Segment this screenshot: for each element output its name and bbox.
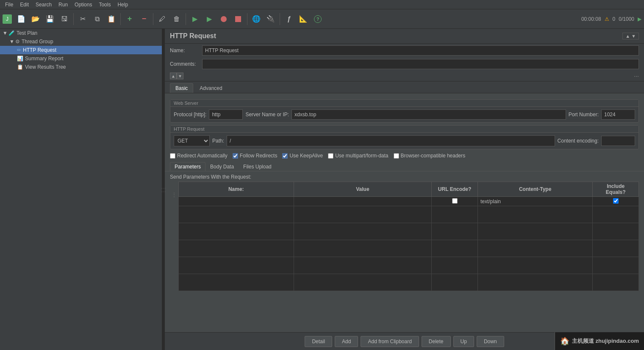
sub-tab-parameters[interactable]: Parameters <box>170 162 205 171</box>
param-content-type-cell[interactable] <box>477 197 593 206</box>
param-value-cell[interactable] <box>294 197 432 206</box>
menu-edit[interactable]: Edit <box>17 1 32 8</box>
empty-cell-24 <box>477 274 593 291</box>
up-button[interactable]: Up <box>453 336 474 347</box>
empty-cell-9 <box>477 223 593 240</box>
param-value-input[interactable] <box>297 199 429 204</box>
clear-button[interactable]: 🖊 <box>155 12 169 26</box>
separator-4 <box>186 13 186 25</box>
remove-button[interactable]: − <box>137 12 151 26</box>
browser-compat-checkbox[interactable] <box>394 153 399 159</box>
remote-stop-button[interactable]: 🔌 <box>264 12 278 26</box>
encoding-label: Content encoding: <box>558 138 599 144</box>
port-label: Port Number: <box>569 112 599 118</box>
scroll-up-button[interactable]: ▲ <box>170 73 177 79</box>
menu-file[interactable]: File <box>2 1 17 8</box>
protocol-input[interactable] <box>209 109 243 120</box>
tree-item-summary-report[interactable]: 📊 Summary Report <box>0 54 162 63</box>
empty-cell-23 <box>432 274 478 291</box>
encoding-input[interactable] <box>601 136 635 146</box>
sub-tabs-nav: Parameters Body Data Files Upload <box>165 160 644 171</box>
save-as-button[interactable]: 🖫 <box>58 12 71 26</box>
resize-handle[interactable]: ⋮⋮ <box>162 29 165 350</box>
separator-1 <box>73 13 74 25</box>
http-req-fields: GET POST PUT DELETE PATCH HEAD OPTIONS P… <box>174 135 635 146</box>
add-row-button[interactable]: Add <box>335 336 358 347</box>
tab-advanced[interactable]: Advanced <box>194 83 228 93</box>
param-url-encode-cell[interactable] <box>432 197 478 206</box>
clear-all-button[interactable]: 🗑 <box>170 12 183 26</box>
col-include-equals: Include Equals? <box>593 182 639 197</box>
empty-cell-19 <box>477 257 593 274</box>
sub-tab-body-data[interactable]: Body Data <box>205 162 239 171</box>
drag-dots[interactable]: ⋮ <box>170 192 178 198</box>
sub-tab-files-upload[interactable]: Files Upload <box>239 162 276 171</box>
tree-item-view-results-tree[interactable]: 📋 View Results Tree <box>0 63 162 71</box>
path-input[interactable] <box>227 135 555 146</box>
tree-item-thread-group[interactable]: ▼ ⚙ Thread Group <box>0 37 162 46</box>
detail-button[interactable]: Detail <box>305 336 332 347</box>
param-include-equals-checkbox[interactable] <box>613 198 619 204</box>
record-button[interactable] <box>217 12 230 26</box>
timer-display: 00:00:08 <box>581 16 601 22</box>
tab-basic[interactable]: Basic <box>170 83 193 93</box>
add-button[interactable]: + <box>123 12 136 26</box>
tree-item-test-plan[interactable]: ▼ 🧪 Test Plan <box>0 29 162 37</box>
menu-search[interactable]: Search <box>32 1 55 8</box>
port-input[interactable] <box>601 109 635 120</box>
menu-help[interactable]: Help <box>114 1 131 8</box>
save-button[interactable]: 💾 <box>43 12 57 26</box>
param-name-input[interactable] <box>181 199 291 204</box>
empty-cell-2 <box>294 206 432 223</box>
open-button[interactable]: 📂 <box>29 12 42 26</box>
menu-tools[interactable]: Tools <box>95 1 114 8</box>
help-button[interactable]: ? <box>311 12 325 26</box>
param-url-encode-checkbox[interactable] <box>452 198 458 204</box>
cut-button[interactable]: ✂ <box>76 12 89 26</box>
stop-button[interactable] <box>231 12 245 26</box>
remote-stop-icon: 🔌 <box>266 15 275 23</box>
remote-button[interactable]: 🌐 <box>250 12 263 26</box>
param-name-cell[interactable] <box>179 197 294 206</box>
menu-options[interactable]: Options <box>71 1 95 8</box>
scroll-down-button[interactable]: ▼ <box>177 73 183 79</box>
keep-alive-checkbox[interactable] <box>282 153 288 159</box>
empty-cell-16 <box>179 257 294 274</box>
add-from-clipboard-button[interactable]: Add from Clipboard <box>361 336 419 347</box>
expand-icon-test-plan: ▼ <box>3 30 8 36</box>
drag-handle-area: ⋮ <box>170 182 178 291</box>
follow-redirects-checkbox[interactable] <box>233 153 238 159</box>
template-button[interactable]: 📐 <box>297 12 310 26</box>
delete-button[interactable]: Delete <box>422 336 451 347</box>
redirect-checkbox[interactable] <box>170 153 175 159</box>
col-name: Name: <box>179 182 294 197</box>
start-no-pause-icon: ▶ <box>207 15 212 23</box>
start-no-pause-button[interactable]: ▶ <box>203 12 216 26</box>
keep-alive-checkbox-item: Use KeepAlive <box>282 153 323 159</box>
server-name-input[interactable] <box>291 109 566 120</box>
paste-button[interactable]: 📋 <box>105 12 118 26</box>
collapse-button[interactable]: ▲ ▼ <box>622 33 639 39</box>
method-select[interactable]: GET POST PUT DELETE PATCH HEAD OPTIONS <box>174 135 210 146</box>
new-button[interactable]: 📄 <box>14 12 28 26</box>
start-button[interactable]: ▶ <box>188 12 202 26</box>
param-content-type-input[interactable] <box>480 199 590 204</box>
copy-button[interactable]: ⧉ <box>90 12 104 26</box>
function-button[interactable]: ƒ <box>282 12 296 26</box>
thread-group-label: Thread Group <box>22 39 53 45</box>
param-include-equals-cell[interactable] <box>593 197 639 206</box>
empty-cell-1 <box>179 206 294 223</box>
more-options-button[interactable]: ··· <box>634 73 639 79</box>
open-icon: 📂 <box>31 15 40 23</box>
empty-cell-13 <box>432 240 478 257</box>
add-icon: + <box>128 14 132 23</box>
multipart-checkbox[interactable] <box>328 153 333 159</box>
down-button[interactable]: Down <box>477 336 504 347</box>
template-icon: 📐 <box>299 15 308 23</box>
bottom-brand: 🏠 主机频道 zhujipindao.com <box>555 332 644 350</box>
tree-item-http-request[interactable]: ✏ HTTP Request <box>0 46 162 54</box>
menu-run[interactable]: Run <box>55 1 71 8</box>
comments-input[interactable] <box>202 59 639 69</box>
name-input[interactable] <box>202 45 639 56</box>
right-panel: HTTP Request ▲ ▼ Name: Comments: ▲ ▼ ···… <box>165 29 644 350</box>
